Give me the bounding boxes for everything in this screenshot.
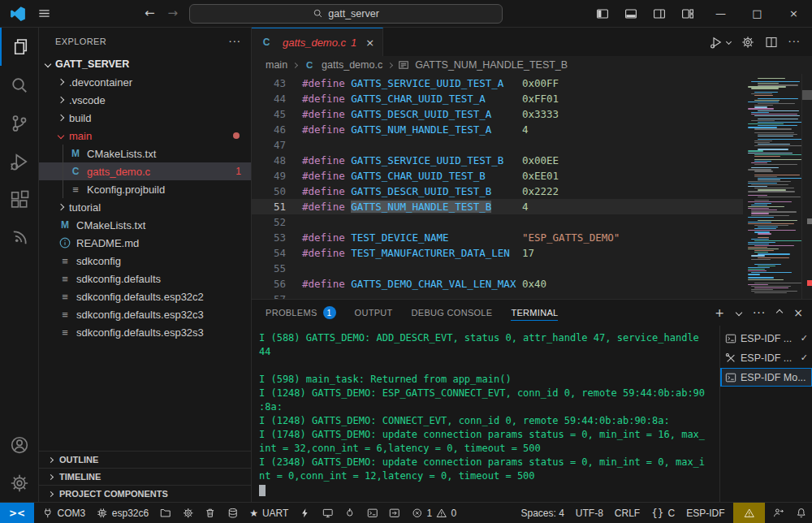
activity-item-source-control[interactable] [0,104,38,142]
tree-item-kconfig-projbuild[interactable]: ≡Kconfig.projbuild [39,180,251,198]
activity-item-explorer[interactable] [0,28,38,66]
minimap[interactable] [743,74,801,299]
status-esp-idf-version[interactable]: ESP-IDF [680,503,730,523]
tab-gatts-demo[interactable]: C gatts_demo.c 1 × [252,28,383,56]
status-indentation[interactable]: Spaces: 4 [515,503,569,523]
close-button[interactable]: × [775,0,812,28]
tree-item--vscode[interactable]: .vscode [39,91,251,109]
overview-ruler-scrollbar[interactable] [801,74,812,299]
tree-item-main[interactable]: main [39,127,251,145]
status-serial-port[interactable]: COM3 [37,503,91,523]
status-select-project-folder[interactable] [154,503,177,523]
layout-customize-button[interactable] [681,7,694,20]
chevron-up-button[interactable] [776,309,783,316]
layout-panel-button[interactable] [624,7,637,20]
tree-item-sdkconfig-defaults-esp32s3[interactable]: ≡sdkconfig.defaults.esp32s3 [39,323,251,341]
code-line-47[interactable]: 47 [252,137,743,153]
tree-item-sdkconfig-defaults-esp32c2[interactable]: ≡sdkconfig.defaults.esp32c2 [39,287,251,305]
code-line-49[interactable]: 49#define GATTS_CHAR_UUID_TEST_B 0xEE01 [252,168,743,184]
panel-tab-debug-console[interactable]: DEBUG CONSOLE [412,300,493,326]
chevron-down-button[interactable] [736,309,742,316]
status-esp-idf-warning[interactable] [733,503,766,523]
terminal-output[interactable]: I (588) GATTS_DEMO: ADD_DESCR_EVT, statu… [252,326,711,502]
more-button[interactable]: ··· [753,307,766,318]
code-line-55[interactable]: 55 [252,261,743,276]
code-line-46[interactable]: 46#define GATTS_NUM_HANDLE_TEST_A 4 [252,122,743,137]
status-open-terminal[interactable] [383,503,406,523]
back-button[interactable]: ← [145,7,155,19]
close-icon[interactable]: × [365,37,374,48]
layout-sidebar-button[interactable] [596,7,609,20]
activity-item-extensions[interactable] [0,180,38,218]
status-sdk-configuration[interactable] [177,503,200,523]
panel-tab-problems[interactable]: PROBLEMS1 [266,300,336,326]
code-line-48[interactable]: 48#define GATTS_SERVICE_UUID_TEST_B 0x00… [252,153,743,168]
tree-item-tutorial[interactable]: tutorial [39,198,251,216]
chevron-down-button[interactable] [726,39,732,45]
tree-item-gatts-demo-c[interactable]: Cgatts_demo.c1 [39,162,251,180]
status-problems-summary[interactable]: 10 [406,503,462,523]
code-area[interactable]: 43#define GATTS_SERVICE_UUID_TEST_A 0x00… [252,74,743,299]
tree-item-readme-md[interactable]: README.md [39,234,251,252]
split-editor-button[interactable] [765,36,778,49]
code-line-50[interactable]: 50#define GATTS_DESCR_UUID_TEST_B 0x2222 [252,184,743,199]
breadcrumb-folder[interactable]: main [266,59,287,71]
plus-button[interactable]: + [715,307,725,318]
status-encoding[interactable]: UTF-8 [570,503,609,523]
maximize-button[interactable]: □ [739,0,775,28]
menu-icon[interactable] [37,6,51,20]
code-line-57[interactable]: 57 [252,292,743,299]
terminal-list-item[interactable]: ESP-IDF ...✓ [720,348,812,367]
section-timeline[interactable]: TIMELINE [39,468,251,485]
activity-item-search[interactable] [0,66,38,104]
forward-button[interactable]: → [168,7,179,19]
code-line-44[interactable]: 44#define GATTS_CHAR_UUID_TEST_A 0xFF01 [252,91,743,106]
close-button[interactable]: × [793,307,804,318]
minimize-button[interactable]: — [702,0,739,28]
activity-item-esp-idf-explorer[interactable] [0,218,38,257]
activity-item-run-and-debug[interactable] [0,142,38,180]
tree-item--devcontainer[interactable]: .devcontainer [39,73,251,91]
code-line-43[interactable]: 43#define GATTS_SERVICE_UUID_TEST_A 0x00… [252,76,743,91]
section-outline[interactable]: OUTLINE [39,451,251,468]
panel-tab-output[interactable]: OUTPUT [355,300,393,326]
tree-root-gatt-server[interactable]: GATT_SERVER [39,55,251,73]
status-flash-device[interactable] [339,503,361,523]
code-line-56[interactable]: 56#define GATTS_DEMO_CHAR_VAL_LEN_MAX 0x… [252,276,743,292]
status-erase-flash[interactable] [222,503,244,523]
status-device-target[interactable]: esp32c6 [91,503,154,523]
tree-item-cmakelists-txt[interactable]: MCMakeLists.txt [39,145,251,162]
status-end-of-line[interactable]: CRLF [609,503,646,523]
activity-item-accounts[interactable] [0,426,38,464]
section-project-components[interactable]: PROJECT COMPONENTS [39,485,251,502]
status-build-flash-monitor[interactable] [361,503,384,523]
code-line-51[interactable]: 51#define GATTS_NUM_HANDLE_TEST_B 4 [252,199,743,214]
code-line-45[interactable]: 45#define GATTS_DESCR_UUID_TEST_A 0x3333 [252,106,743,122]
breadcrumb-symbol[interactable]: GATTS_NUM_HANDLE_TEST_B [415,59,568,71]
status-monitor-device[interactable] [317,503,339,523]
run-button[interactable] [710,36,723,49]
more-actions-icon[interactable]: ··· [229,37,241,47]
terminal-scrollbar[interactable] [711,326,719,502]
breadcrumb-file[interactable]: gatts_demo.c [322,59,382,71]
tree-item-sdkconfig-defaults[interactable]: ≡sdkconfig.defaults [39,270,251,287]
status-language-mode[interactable]: {}C [646,503,680,523]
code-line-52[interactable]: 52 [252,214,743,230]
status-remote[interactable]: >< [0,503,34,523]
code-line-53[interactable]: 53#define TEST_DEVICE_NAME "ESP_GATTS_DE… [252,230,743,245]
command-center-search[interactable]: gatt_server [189,4,503,24]
panel-tab-terminal[interactable]: TERMINAL [511,300,558,326]
layout-sidebar-right-button[interactable] [653,7,666,20]
tree-item-sdkconfig-defaults-esp32c3[interactable]: ≡sdkconfig.defaults.esp32c3 [39,305,251,323]
gear-button[interactable] [741,36,754,49]
activity-item-manage[interactable] [0,464,38,502]
status-notifications[interactable] [790,503,812,523]
terminal-list-item[interactable]: ESP-IDF Mo... [720,368,812,387]
tree-item-cmakelists-txt[interactable]: MCMakeLists.txt [39,216,251,234]
status-feedback[interactable] [767,503,790,523]
code-line-54[interactable]: 54#define TEST_MANUFACTURER_DATA_LEN 17 [252,245,743,261]
status-build-project[interactable] [294,503,317,523]
status-flash-method[interactable]: ★UART [244,503,294,523]
tree-item-build[interactable]: build [39,109,251,127]
more-button[interactable]: ··· [788,37,801,47]
